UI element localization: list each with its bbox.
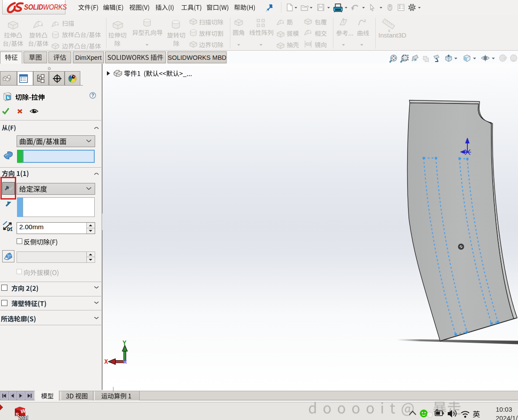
svg-text:Y: Y	[123, 340, 127, 347]
svg-text:X: X	[104, 358, 108, 365]
svg-text:D1: D1	[7, 227, 13, 231]
svg-text:?: ?	[91, 93, 94, 98]
